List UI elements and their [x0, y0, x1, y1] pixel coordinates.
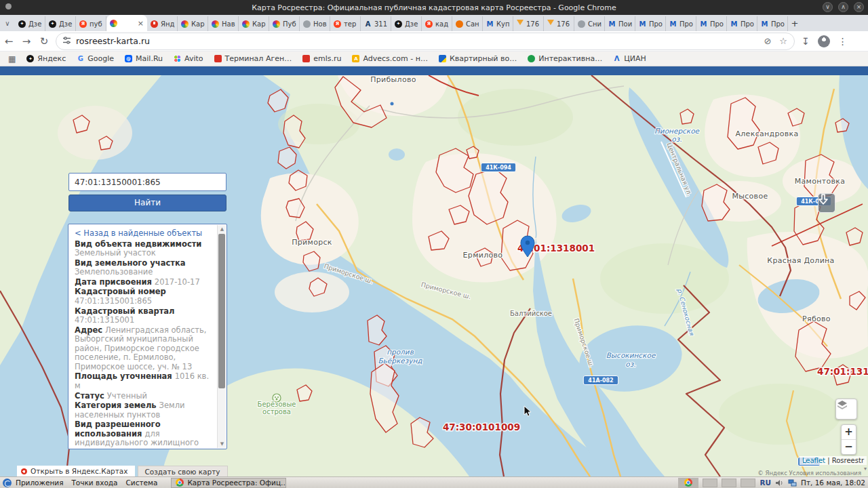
bookmark-2[interactable]: @Mail.Ru — [125, 54, 163, 63]
tab-4[interactable]: Янд — [147, 16, 178, 31]
tab-9[interactable]: Нов — [300, 16, 330, 31]
map-canvas[interactable]: ПрибыловоПриморскЕрмиловоБалтийскоеАлекс… — [0, 75, 868, 476]
bookmark-7[interactable]: Квартирный во… — [439, 54, 517, 63]
tab-11[interactable]: А311 — [361, 16, 391, 31]
yandex-attribution[interactable]: © Яндекс Условия использования — [757, 470, 861, 476]
tab-label: Кар — [252, 20, 266, 28]
bookmark-0[interactable]: ✦Яндекс — [26, 54, 66, 63]
tray-item[interactable] — [722, 479, 736, 487]
bookmark-label: ЦИАН — [624, 54, 646, 63]
tab-1[interactable]: ✦Дзе — [45, 16, 76, 31]
map-label: Берёзовые — [258, 401, 296, 408]
tab-21[interactable]: МПро — [666, 16, 696, 31]
downloads-icon[interactable]: ↧ — [802, 36, 810, 47]
create-own-map-button[interactable]: Создать свою карту — [138, 466, 228, 476]
window-minimize-button[interactable]: ∨ — [823, 2, 833, 12]
open-in-yandex-maps-button[interactable]: Открыть в Яндекс.Картах — [17, 466, 135, 476]
tab-19[interactable]: МПои — [605, 16, 635, 31]
window-maximize-button[interactable]: ∧ — [838, 2, 848, 12]
tab-6[interactable]: Нав — [208, 16, 239, 31]
taskbar-clock[interactable]: Пт, 16 мая, 18:02 — [801, 479, 865, 487]
zoom-control: + − — [841, 424, 856, 455]
tab-17[interactable]: 176 — [544, 16, 574, 31]
network-icon[interactable] — [788, 479, 797, 487]
map-label: пролив — [387, 348, 414, 357]
pinwheel-favicon-icon — [242, 20, 250, 28]
tab-12[interactable]: ✦Дзе — [391, 16, 422, 31]
zoom-in-button[interactable]: + — [842, 425, 856, 440]
chrome-icon — [684, 479, 692, 487]
keyboard-layout-indicator[interactable]: RU — [760, 479, 771, 487]
tab-16[interactable]: 176 — [513, 16, 544, 31]
map-label: 47:01:1314 — [817, 366, 868, 377]
parcel-field-row: Дата присвоения 2017-10-17 — [75, 278, 214, 287]
back-to-results-link[interactable]: < Назад в найденные объекты — [75, 229, 214, 239]
panel-scrollbar[interactable]: ▲ ▼ — [217, 225, 226, 448]
tab-label: Нав — [222, 20, 235, 28]
tab-2[interactable]: Япуб — [76, 16, 106, 31]
bookmark-4[interactable]: Терминал Аген… — [214, 54, 292, 63]
window-preview-tile[interactable] — [678, 478, 698, 488]
tab-10[interactable]: Ятер — [330, 16, 361, 31]
tab-14[interactable]: Сан — [452, 16, 483, 31]
attribution-caret-icon[interactable]: ▾ — [864, 466, 867, 472]
bookmark-8[interactable]: Интерактивна… — [528, 54, 602, 63]
scrollbar-thumb[interactable] — [218, 234, 225, 388]
tab-7[interactable]: Кар — [239, 16, 269, 31]
profile-avatar[interactable] — [818, 35, 830, 47]
pin-favicon-icon — [151, 20, 158, 28]
tray-item[interactable] — [703, 479, 717, 487]
pinwheel-favicon-icon — [110, 20, 117, 27]
taskbar-window-button[interactable]: Карта Росреестра: Офиц… — [171, 478, 286, 488]
forward-icon[interactable]: → — [18, 35, 35, 47]
window-close-button[interactable]: × — [854, 2, 864, 12]
address-bar[interactable]: rosreestr-karta.ru ⊘ ☆ — [56, 33, 795, 50]
tab-24[interactable]: МПро — [757, 16, 788, 31]
tab-3[interactable]: × — [106, 15, 147, 31]
site-settings-icon[interactable] — [63, 37, 71, 46]
tab-close-icon[interactable]: × — [138, 19, 144, 28]
taskbar-menu-system[interactable]: Система — [122, 479, 162, 487]
layers-button[interactable] — [835, 399, 857, 420]
tab-23[interactable]: МПро — [727, 16, 757, 31]
bookmark-1[interactable]: GGoogle — [77, 54, 114, 63]
tab-label: Про — [679, 20, 693, 28]
bookmark-3[interactable]: Avito — [174, 54, 203, 63]
tab-20[interactable]: МПро — [635, 16, 666, 31]
search-button[interactable]: Найти — [68, 195, 226, 211]
bookmark-9[interactable]: ΛЦИАН — [613, 54, 646, 63]
leaflet-link[interactable]: Leaflet — [802, 457, 825, 464]
scroll-down-arrow-icon[interactable]: ▼ — [218, 440, 226, 448]
taskbar-menu-places[interactable]: Точки входа — [67, 479, 121, 487]
zoom-out-button[interactable]: − — [842, 440, 856, 455]
menu-kebab-icon[interactable]: ⋮ — [838, 36, 848, 47]
map-label: Высокинское — [606, 351, 656, 359]
bookmark-star-icon[interactable]: ☆ — [779, 36, 787, 46]
apps-grid-icon[interactable]: ▦ — [8, 54, 16, 64]
tab-5[interactable]: Кар — [178, 16, 208, 31]
tab-18[interactable]: Сни — [574, 16, 605, 31]
tray-item[interactable] — [741, 479, 755, 487]
tab-search-chevron-icon[interactable]: ∨ — [0, 16, 15, 31]
tab-8[interactable]: Пуб — [269, 16, 300, 31]
tab-22[interactable]: МПро — [696, 16, 727, 31]
scroll-up-arrow-icon[interactable]: ▲ — [218, 225, 226, 233]
bluesq-favicon-icon — [439, 55, 446, 62]
tab-13[interactable]: Якад — [422, 16, 452, 31]
distro-menu-icon[interactable] — [3, 479, 12, 487]
back-icon[interactable]: ← — [0, 35, 18, 47]
browser-toolbar: ← → ↻ rosreestr-karta.ru ⊘ ☆ ↧ ⋮ — [0, 31, 868, 52]
tab-15[interactable]: МКуп — [483, 16, 513, 31]
volume-icon[interactable] — [775, 479, 784, 487]
dzen-favicon-icon: ✦ — [395, 20, 402, 28]
password-blocked-icon[interactable]: ⊘ — [764, 36, 771, 46]
cadastral-search-input[interactable] — [68, 173, 226, 191]
taskbar-menu-applications[interactable]: Приложения — [12, 479, 67, 487]
scroll-down-hint-button[interactable] — [818, 193, 835, 213]
reload-icon[interactable]: ↻ — [35, 35, 53, 47]
tab-0[interactable]: ✦Дзе — [15, 16, 45, 31]
bookmark-5[interactable]: emls.ru — [302, 54, 341, 63]
new-tab-button[interactable]: + — [788, 16, 802, 31]
bookmark-6[interactable]: AAdvecs.com - н… — [352, 54, 428, 63]
map-label: Красная Долина — [767, 256, 834, 265]
